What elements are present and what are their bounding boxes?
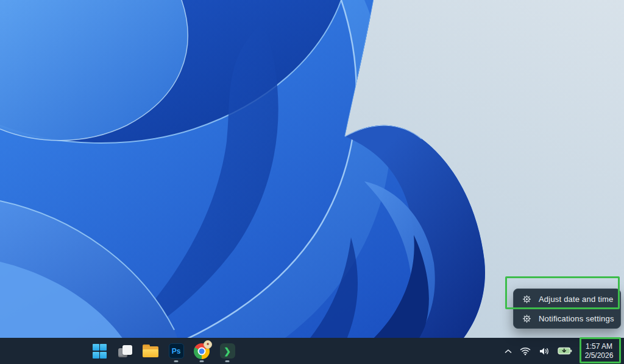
wifi-button[interactable] [519,342,532,360]
taskbar: Ps ✦ ❯ [0,338,624,364]
menu-item-notifications-settings[interactable]: Notifications settings [514,309,620,328]
chevron-up-icon [505,349,512,354]
wifi-icon [520,347,531,355]
file-explorer-button[interactable] [142,339,159,363]
battery-charging-icon [558,346,572,355]
running-indicator [225,360,230,362]
annotation-highlight-clock [580,337,621,363]
running-indicator [174,360,179,362]
filmora-button[interactable]: ❯ [219,339,236,363]
task-view-icon [117,343,133,359]
windows-logo-icon [93,344,107,358]
photoshop-icon: Ps [169,343,184,359]
filmora-icon: ❯ [220,343,235,359]
chrome-icon: ✦ [194,343,210,359]
settings-gear-icon [522,314,531,323]
folder-icon [143,345,158,357]
battery-button[interactable] [556,342,573,360]
running-indicator [200,360,204,362]
photoshop-icon-label: Ps [172,347,181,355]
menu-item-label: Notifications settings [539,314,614,323]
hidden-icons-button[interactable] [503,342,513,360]
annotation-highlight-adjust-date-time [505,276,620,309]
chrome-profile-badge-icon: ✦ [204,340,212,349]
taskbar-app-area: Ps ✦ ❯ [91,338,236,364]
volume-button[interactable] [537,342,551,360]
start-button[interactable] [91,339,108,363]
speaker-icon [539,347,550,355]
photoshop-button[interactable]: Ps [168,339,185,363]
desktop: Adjust date and time Notifications setti… [0,0,624,364]
task-view-button[interactable] [116,339,133,363]
filmora-icon-glyph: ❯ [224,346,231,356]
chrome-button[interactable]: ✦ [193,339,210,363]
